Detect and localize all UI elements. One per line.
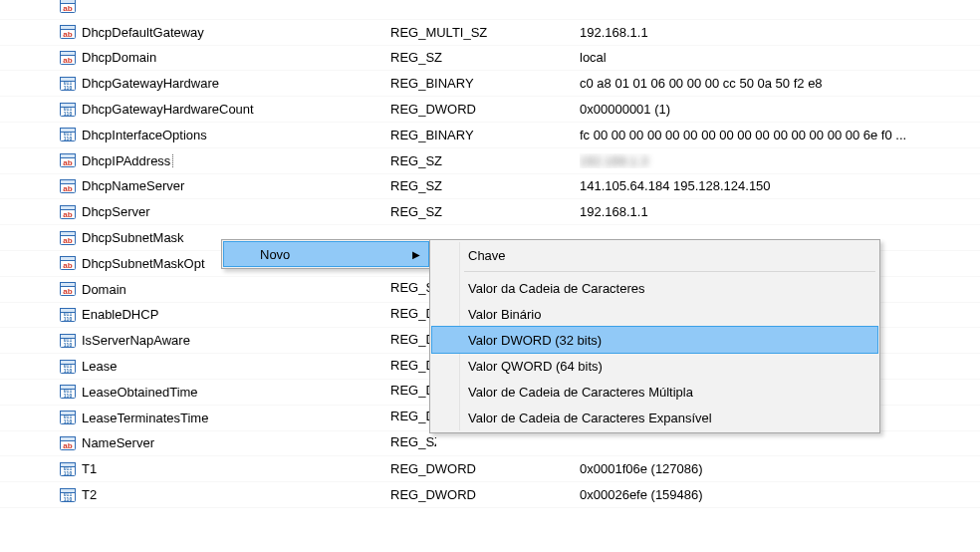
reg-binary-icon: 011110 (60, 127, 76, 142)
menu-item-label: Valor de Cadeia de Caracteres Múltipla (468, 385, 693, 400)
menu-separator (464, 271, 875, 272)
value-name: IsServerNapAware (82, 333, 390, 348)
reg-string-icon: ab (60, 281, 76, 297)
reg-string-icon: ab (60, 255, 76, 271)
menu-item-label: Valor da Cadeia de Caracteres (468, 281, 645, 296)
value-type: REG_DWORD (390, 461, 580, 476)
registry-value-row[interactable]: abDhcpDomainREG_SZlocal (0, 46, 980, 72)
svg-text:ab: ab (63, 209, 72, 218)
value-name: T2 (82, 487, 390, 502)
submenu-item-cadeia[interactable]: Valor da Cadeia de Caracteres (432, 275, 877, 301)
value-type: REG_DWORD (390, 102, 580, 117)
reg-string-icon: ab (60, 178, 76, 194)
value-data: c0 a8 01 01 06 00 00 00 cc 50 0a 50 f2 e… (580, 76, 980, 91)
value-name: LeaseObtainedTime (82, 385, 390, 400)
registry-value-row[interactable]: abDhcpIPAddressREG_SZ192.168.1.3 (0, 148, 980, 174)
svg-text:110: 110 (64, 393, 73, 399)
svg-text:110: 110 (64, 342, 73, 348)
registry-value-row[interactable]: 011110T2REG_DWORD0x00026efe (159486) (0, 482, 980, 508)
registry-value-row[interactable]: abNameServerREG_SZ (0, 431, 980, 457)
value-type: REG_SZ (390, 153, 580, 168)
value-name: NameServer (82, 435, 390, 450)
svg-text:110: 110 (64, 496, 73, 502)
reg-string-icon: ab (60, 0, 76, 14)
registry-value-row[interactable]: abDhcpNameServerREG_SZ141.105.64.184 195… (0, 174, 980, 200)
svg-text:110: 110 (64, 418, 73, 424)
svg-text:ab: ab (63, 183, 72, 192)
svg-text:ab: ab (63, 4, 72, 13)
value-name: DhcpGatewayHardware (82, 76, 390, 91)
reg-binary-icon: 011110 (60, 487, 76, 503)
value-type: REG_SZ (390, 204, 580, 219)
value-type: REG_BINARY (390, 128, 580, 142)
submenu-item-expansivel[interactable]: Valor de Cadeia de Caracteres Expansível (432, 405, 877, 430)
value-type: REG_BINARY (390, 76, 580, 91)
registry-value-row[interactable]: 011110DhcpGatewayHardwareREG_BINARYc0 a8… (0, 71, 980, 97)
registry-value-row[interactable]: 011110DhcpInterfaceOptionsREG_BINARYfc 0… (0, 123, 980, 148)
reg-binary-icon: 011110 (60, 384, 76, 400)
value-data: fc 00 00 00 00 00 00 00 00 00 00 00 00 0… (580, 128, 980, 142)
submenu-item-dword[interactable]: Valor DWORD (32 bits) (431, 326, 878, 354)
reg-string-icon: ab (60, 24, 76, 40)
value-name: DhcpServer (82, 204, 390, 219)
value-name: LeaseTerminatesTime (82, 411, 390, 425)
value-name: DhcpDefaultGateway (82, 25, 390, 40)
registry-value-row[interactable]: ab (0, 0, 980, 20)
svg-text:110: 110 (64, 85, 73, 91)
menu-item-novo[interactable]: Novo ▶ (223, 241, 429, 267)
value-name: DhcpGatewayHardwareCount (82, 102, 390, 117)
value-name: DhcpIPAddress (82, 153, 390, 168)
submenu-item-qword[interactable]: Valor QWORD (64 bits) (432, 353, 877, 379)
value-type: REG_SZ (390, 434, 580, 452)
registry-value-row[interactable]: abDhcpDefaultGatewayREG_MULTI_SZ192.168.… (0, 20, 980, 46)
svg-text:ab: ab (63, 261, 72, 270)
svg-text:ab: ab (63, 158, 72, 167)
reg-binary-icon: 011110 (60, 410, 76, 425)
reg-binary-icon: 011110 (60, 359, 76, 375)
svg-text:110: 110 (64, 368, 73, 374)
value-name: EnableDHCP (82, 307, 390, 322)
registry-value-row[interactable]: abDhcpServerREG_SZ192.168.1.1 (0, 199, 980, 225)
value-type: REG_SZ (390, 178, 580, 193)
menu-item-label: Valor de Cadeia de Caracteres Expansível (468, 411, 712, 425)
reg-binary-icon: 011110 (60, 76, 76, 92)
svg-text:ab: ab (63, 235, 72, 244)
value-type: REG_DWORD (390, 487, 580, 502)
svg-text:ab: ab (63, 440, 72, 449)
svg-text:110: 110 (64, 316, 73, 322)
reg-string-icon: ab (60, 50, 76, 66)
value-data: 0x00000001 (1) (580, 102, 980, 117)
reg-string-icon: ab (60, 204, 76, 220)
value-data: 192.168.1.1 (580, 25, 980, 40)
value-name: DhcpDomain (82, 50, 390, 65)
submenu-item-multipla[interactable]: Valor de Cadeia de Caracteres Múltipla (432, 379, 877, 405)
svg-text:110: 110 (64, 111, 73, 117)
value-type: REG_MULTI_SZ (390, 25, 580, 40)
value-name: DhcpNameServer (82, 178, 390, 193)
value-type: REG_SZ (390, 50, 580, 65)
value-name: DhcpInterfaceOptions (82, 128, 390, 142)
submenu-item-binario[interactable]: Valor Binário (432, 301, 877, 327)
value-data: 0x00026efe (159486) (580, 487, 980, 502)
reg-binary-icon: 011110 (60, 102, 76, 118)
value-data: local (580, 50, 980, 65)
reg-binary-icon: 011110 (60, 461, 76, 477)
registry-value-row[interactable]: 011110DhcpGatewayHardwareCountREG_DWORD0… (0, 97, 980, 123)
context-submenu-novo: Chave Valor da Cadeia de Caracteres Valo… (429, 239, 880, 433)
menu-item-label: Valor Binário (468, 307, 541, 322)
svg-text:ab: ab (63, 30, 72, 39)
submenu-arrow-icon: ▶ (412, 249, 420, 260)
value-data: 192.168.1.1 (580, 204, 980, 219)
reg-string-icon: ab (60, 435, 76, 451)
value-name: T1 (82, 461, 390, 476)
reg-string-icon: ab (60, 152, 76, 168)
value-data: 0x0001f06e (127086) (580, 461, 980, 476)
menu-item-label: Valor QWORD (64 bits) (468, 359, 603, 374)
svg-text:ab: ab (63, 55, 72, 64)
submenu-item-chave[interactable]: Chave (432, 242, 877, 268)
registry-value-row[interactable]: 011110T1REG_DWORD0x0001f06e (127086) (0, 456, 980, 482)
svg-text:110: 110 (64, 136, 73, 141)
menu-item-label: Novo (260, 247, 290, 262)
reg-string-icon: ab (60, 230, 76, 246)
reg-binary-icon: 011110 (60, 333, 76, 349)
